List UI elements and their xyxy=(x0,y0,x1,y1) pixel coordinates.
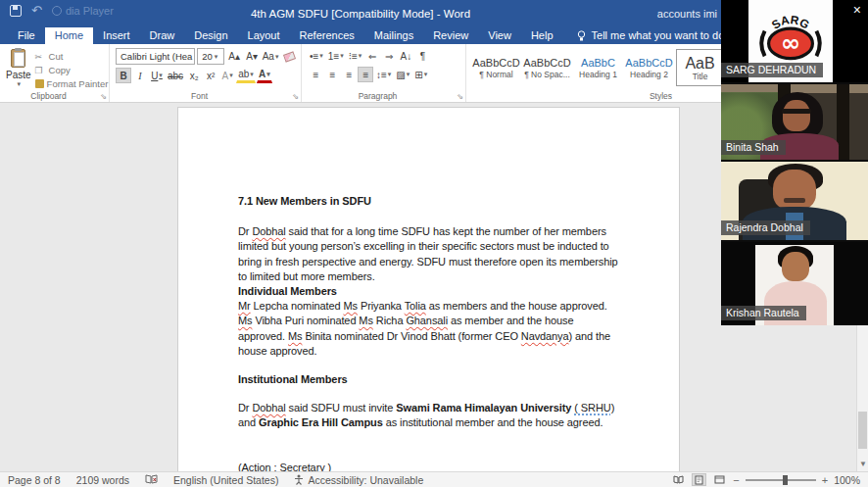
zoom-level[interactable]: 100% xyxy=(834,474,860,486)
line-spacing-icon: ↕≡ xyxy=(376,70,387,80)
tab-view[interactable]: View xyxy=(478,27,521,44)
align-left-button[interactable]: ≡ xyxy=(308,67,323,82)
underline-button[interactable]: U▾ xyxy=(149,68,165,83)
tab-home[interactable]: Home xyxy=(45,27,93,44)
font-size-value: 20 xyxy=(202,51,213,62)
text-run: Mr xyxy=(238,300,251,312)
tab-file[interactable]: File xyxy=(8,27,45,44)
tab-help[interactable]: Help xyxy=(521,27,563,44)
style-heading1[interactable]: AaBbC Heading 1 xyxy=(574,49,622,86)
style-title[interactable]: AaB Title xyxy=(676,49,724,86)
format-painter-button[interactable]: Format Painter xyxy=(35,77,109,90)
tab-design[interactable]: Design xyxy=(184,27,237,44)
superscript-button[interactable]: x² xyxy=(203,68,218,83)
paste-label: Paste xyxy=(6,70,31,80)
account-name[interactable]: accounts imi xyxy=(657,0,717,27)
status-bar: Page 8 of 8 2109 words English (United S… xyxy=(0,471,868,487)
zoom-slider-thumb[interactable] xyxy=(783,475,788,485)
clipboard-group-label: Clipboard xyxy=(0,91,97,101)
show-hide-pilcrow-button[interactable]: ¶ xyxy=(414,48,430,64)
grow-font-button[interactable]: A▴ xyxy=(226,49,242,65)
font-size-combo[interactable]: 20▾ xyxy=(197,48,224,65)
font-color-button[interactable]: A▾ xyxy=(257,68,272,83)
close-icon[interactable]: × xyxy=(853,2,861,18)
strikethrough-button[interactable]: abc xyxy=(166,68,185,83)
decrease-indent-button[interactable]: ⇐ xyxy=(364,48,380,64)
zoom-in-button[interactable]: + xyxy=(822,474,828,486)
paste-button[interactable]: Paste ▾ xyxy=(6,48,31,89)
copy-button[interactable]: ❐Copy xyxy=(35,64,109,76)
tell-me-box[interactable]: Tell me what you want to do xyxy=(577,27,725,44)
zoom-slider[interactable] xyxy=(746,479,816,481)
video-call-panel[interactable]: × SARG ∞ SARG DEHRADUN xyxy=(721,0,868,325)
page-indicator[interactable]: Page 8 of 8 xyxy=(0,474,69,486)
bullets-icon: •≡ xyxy=(310,51,318,62)
multilevel-list-button[interactable]: ⁝≡▾ xyxy=(347,48,364,64)
font-dialog-launcher[interactable]: ⇘ xyxy=(292,92,299,101)
scrollbar-down-arrow[interactable]: ▼ xyxy=(857,458,868,471)
language-indicator[interactable]: English (United States) xyxy=(166,474,286,486)
style-no-spacing[interactable]: AaBbCcD ¶ No Spac... xyxy=(523,49,571,86)
text-run: Dobhal xyxy=(252,225,285,237)
clear-formatting-button[interactable] xyxy=(281,49,297,65)
print-layout-button[interactable] xyxy=(692,473,706,486)
tab-mailings[interactable]: Mailings xyxy=(364,27,423,44)
bullets-button[interactable]: •≡▾ xyxy=(308,48,325,64)
video-tile-binita[interactable]: Binita Shah xyxy=(721,84,868,160)
multilevel-list-icon: ⁝≡ xyxy=(349,51,358,62)
shading-caret-icon: ▾ xyxy=(407,71,410,78)
style-normal[interactable]: AaBbCcD ¶ Normal xyxy=(472,49,520,86)
style-heading2[interactable]: AaBbCcD Heading 2 xyxy=(625,49,673,86)
highlight-label: ab xyxy=(238,70,249,79)
svg-text:∞: ∞ xyxy=(781,29,800,57)
borders-icon: ⊞ xyxy=(414,70,422,80)
font-group: Calibri Light (Hea▾ 20▾ A▴ A▾ Aa▾ B I U▾… xyxy=(110,44,302,102)
clipboard-group: Paste ▾ ✂Cut ❐Copy Format Painter Clipbo… xyxy=(0,44,110,102)
video-tile-krishan[interactable]: Krishan Rautela xyxy=(721,242,868,325)
text-run: as members and the house approved. xyxy=(426,300,607,312)
shrink-font-button[interactable]: A▾ xyxy=(244,49,260,65)
change-case-button[interactable]: Aa▾ xyxy=(262,49,279,65)
tab-references[interactable]: References xyxy=(290,27,364,44)
web-layout-button[interactable] xyxy=(712,473,727,486)
accessibility-status[interactable]: Accessibility: Unavailable xyxy=(286,474,431,486)
numbering-button[interactable]: 1≡▾ xyxy=(326,48,346,64)
text-effects-button[interactable]: A▾ xyxy=(219,68,235,83)
align-right-button[interactable]: ≡ xyxy=(341,67,357,82)
tab-review[interactable]: Review xyxy=(423,27,478,44)
document-page[interactable]: 7.1 New Members in SDFU Dr Dobhal said t… xyxy=(177,107,680,471)
cut-button[interactable]: ✂Cut xyxy=(35,50,109,63)
font-name-combo[interactable]: Calibri Light (Hea▾ xyxy=(116,48,195,65)
align-center-button[interactable]: ≡ xyxy=(324,67,340,82)
paste-icon xyxy=(11,49,25,68)
text-effects-label: A xyxy=(222,71,229,81)
tab-insert[interactable]: Insert xyxy=(93,27,140,44)
italic-button[interactable]: I xyxy=(132,68,148,83)
subscript-button[interactable]: x₂ xyxy=(186,68,202,83)
justify-button[interactable]: ≡ xyxy=(358,67,373,82)
line-spacing-button[interactable]: ↕≡▾ xyxy=(374,67,393,82)
tab-layout[interactable]: Layout xyxy=(238,27,290,44)
individual-members-heading: Individual Members xyxy=(238,284,621,299)
text-run: ) xyxy=(611,402,615,414)
clipboard-dialog-launcher[interactable]: ⇘ xyxy=(100,92,107,101)
borders-button[interactable]: ⊞▾ xyxy=(412,67,429,82)
tab-draw[interactable]: Draw xyxy=(140,27,185,44)
word-count[interactable]: 2109 words xyxy=(69,474,137,486)
text-run: Dr xyxy=(238,402,252,414)
paragraph-dialog-launcher[interactable]: ⇘ xyxy=(457,92,463,101)
proofing-status[interactable] xyxy=(137,474,166,485)
video-tile-rajendra[interactable]: Rajendra Dobhal xyxy=(721,162,868,240)
style-normal-name: ¶ Normal xyxy=(479,70,512,79)
zoom-out-button[interactable]: − xyxy=(733,474,739,486)
highlight-color-button[interactable]: ab▾ xyxy=(236,68,256,83)
sort-button[interactable]: A↓ xyxy=(398,48,413,64)
text-run: Dr xyxy=(238,225,252,237)
video-tile-sarg[interactable]: SARG ∞ SARG DEHRADUN xyxy=(721,0,868,82)
shading-button[interactable]: ▨▾ xyxy=(394,67,411,82)
bold-button[interactable]: B xyxy=(116,68,131,83)
increase-indent-button[interactable]: ⇒ xyxy=(381,48,397,64)
text-run: as institutional member and the house ag… xyxy=(383,416,603,428)
scrollbar-thumb[interactable] xyxy=(858,412,867,449)
read-mode-button[interactable] xyxy=(671,473,686,486)
